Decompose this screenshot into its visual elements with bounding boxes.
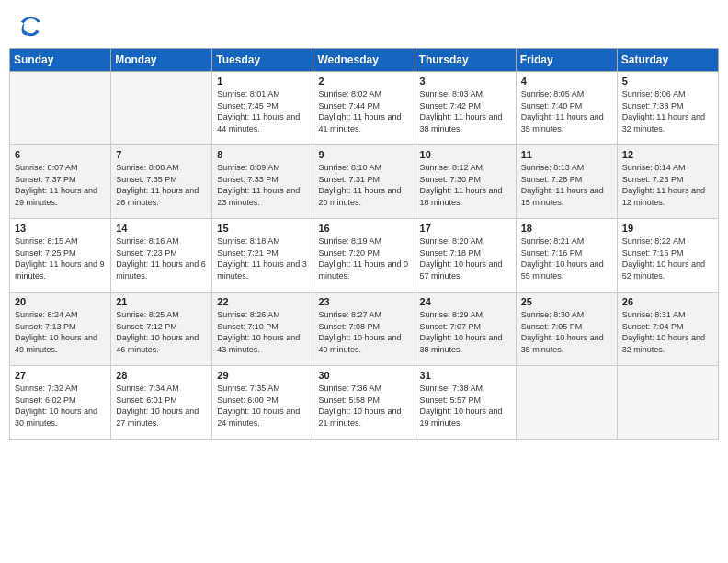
calendar-day-cell: 6Sunrise: 8:07 AM Sunset: 7:37 PM Daylig… (10, 145, 111, 219)
day-info: Sunrise: 8:30 AM Sunset: 7:05 PM Dayligh… (521, 309, 612, 355)
calendar-day-header: Monday (111, 49, 212, 72)
day-number: 6 (15, 149, 106, 160)
calendar-week-row: 27Sunrise: 7:32 AM Sunset: 6:02 PM Dayli… (10, 366, 719, 440)
day-number: 31 (420, 370, 511, 381)
day-info: Sunrise: 8:05 AM Sunset: 7:40 PM Dayligh… (521, 88, 612, 134)
calendar-day-cell: 16Sunrise: 8:19 AM Sunset: 7:20 PM Dayli… (313, 219, 415, 293)
day-number: 3 (420, 75, 511, 86)
calendar-day-cell: 10Sunrise: 8:12 AM Sunset: 7:30 PM Dayli… (415, 145, 516, 219)
day-number: 23 (318, 296, 409, 307)
calendar-day-cell: 3Sunrise: 8:03 AM Sunset: 7:42 PM Daylig… (415, 72, 516, 145)
day-number: 29 (217, 370, 308, 381)
calendar-day-header: Sunday (10, 49, 111, 72)
day-info: Sunrise: 8:14 AM Sunset: 7:26 PM Dayligh… (622, 162, 713, 208)
day-info: Sunrise: 8:27 AM Sunset: 7:08 PM Dayligh… (318, 309, 409, 355)
logo (18, 17, 40, 40)
day-number: 30 (318, 370, 409, 381)
calendar-day-cell: 1Sunrise: 8:01 AM Sunset: 7:45 PM Daylig… (212, 72, 313, 145)
calendar-day-cell: 29Sunrise: 7:35 AM Sunset: 6:00 PM Dayli… (212, 366, 313, 440)
day-info: Sunrise: 8:20 AM Sunset: 7:18 PM Dayligh… (420, 236, 511, 282)
day-info: Sunrise: 7:32 AM Sunset: 6:02 PM Dayligh… (15, 383, 106, 429)
page: SundayMondayTuesdayWednesdayThursdayFrid… (0, 0, 728, 563)
calendar-day-cell: 5Sunrise: 8:06 AM Sunset: 7:38 PM Daylig… (617, 72, 718, 145)
calendar-day-cell: 15Sunrise: 8:18 AM Sunset: 7:21 PM Dayli… (212, 219, 313, 293)
calendar-day-cell: 26Sunrise: 8:31 AM Sunset: 7:04 PM Dayli… (617, 293, 718, 366)
day-info: Sunrise: 8:29 AM Sunset: 7:07 PM Dayligh… (420, 309, 511, 355)
calendar-day-cell: 17Sunrise: 8:20 AM Sunset: 7:18 PM Dayli… (415, 219, 516, 293)
calendar-day-cell (10, 72, 111, 145)
day-info: Sunrise: 8:16 AM Sunset: 7:23 PM Dayligh… (116, 236, 207, 282)
day-number: 20 (15, 296, 106, 307)
calendar-day-cell: 14Sunrise: 8:16 AM Sunset: 7:23 PM Dayli… (111, 219, 212, 293)
day-info: Sunrise: 8:26 AM Sunset: 7:10 PM Dayligh… (217, 309, 308, 355)
calendar-wrapper: SundayMondayTuesdayWednesdayThursdayFrid… (0, 48, 728, 449)
day-info: Sunrise: 8:15 AM Sunset: 7:25 PM Dayligh… (15, 236, 106, 282)
day-number: 28 (116, 370, 207, 381)
day-info: Sunrise: 7:34 AM Sunset: 6:01 PM Dayligh… (116, 383, 207, 429)
calendar-day-cell: 25Sunrise: 8:30 AM Sunset: 7:05 PM Dayli… (516, 293, 617, 366)
day-number: 26 (622, 296, 713, 307)
day-info: Sunrise: 8:10 AM Sunset: 7:31 PM Dayligh… (318, 162, 409, 208)
header (0, 0, 728, 48)
calendar-table: SundayMondayTuesdayWednesdayThursdayFrid… (9, 48, 719, 440)
day-info: Sunrise: 8:01 AM Sunset: 7:45 PM Dayligh… (217, 88, 308, 134)
day-number: 11 (521, 149, 612, 160)
calendar-day-header: Wednesday (313, 49, 415, 72)
calendar-day-cell (111, 72, 212, 145)
calendar-day-cell: 22Sunrise: 8:26 AM Sunset: 7:10 PM Dayli… (212, 293, 313, 366)
day-info: Sunrise: 8:25 AM Sunset: 7:12 PM Dayligh… (116, 309, 207, 355)
day-number: 17 (420, 223, 511, 234)
day-number: 15 (217, 223, 308, 234)
logo-icon (20, 17, 40, 37)
calendar-week-row: 13Sunrise: 8:15 AM Sunset: 7:25 PM Dayli… (10, 219, 719, 293)
calendar-day-header: Friday (516, 49, 617, 72)
day-number: 4 (521, 75, 612, 86)
day-number: 2 (318, 75, 409, 86)
day-info: Sunrise: 8:07 AM Sunset: 7:37 PM Dayligh… (15, 162, 106, 208)
day-info: Sunrise: 8:18 AM Sunset: 7:21 PM Dayligh… (217, 236, 308, 282)
day-number: 7 (116, 149, 207, 160)
calendar-week-row: 20Sunrise: 8:24 AM Sunset: 7:13 PM Dayli… (10, 293, 719, 366)
calendar-day-cell (617, 366, 718, 440)
calendar-day-cell: 27Sunrise: 7:32 AM Sunset: 6:02 PM Dayli… (10, 366, 111, 440)
day-info: Sunrise: 7:36 AM Sunset: 5:58 PM Dayligh… (318, 383, 409, 429)
calendar-day-cell: 23Sunrise: 8:27 AM Sunset: 7:08 PM Dayli… (313, 293, 415, 366)
day-info: Sunrise: 8:24 AM Sunset: 7:13 PM Dayligh… (15, 309, 106, 355)
calendar-day-cell: 19Sunrise: 8:22 AM Sunset: 7:15 PM Dayli… (617, 219, 718, 293)
day-number: 10 (420, 149, 511, 160)
calendar-day-cell: 31Sunrise: 7:38 AM Sunset: 5:57 PM Dayli… (415, 366, 516, 440)
day-number: 9 (318, 149, 409, 160)
day-number: 22 (217, 296, 308, 307)
calendar-day-cell: 30Sunrise: 7:36 AM Sunset: 5:58 PM Dayli… (313, 366, 415, 440)
day-number: 1 (217, 75, 308, 86)
calendar-day-cell: 28Sunrise: 7:34 AM Sunset: 6:01 PM Dayli… (111, 366, 212, 440)
day-number: 16 (318, 223, 409, 234)
calendar-day-cell: 9Sunrise: 8:10 AM Sunset: 7:31 PM Daylig… (313, 145, 415, 219)
calendar-day-cell: 7Sunrise: 8:08 AM Sunset: 7:35 PM Daylig… (111, 145, 212, 219)
calendar-day-cell (516, 366, 617, 440)
day-info: Sunrise: 8:08 AM Sunset: 7:35 PM Dayligh… (116, 162, 207, 208)
day-info: Sunrise: 8:22 AM Sunset: 7:15 PM Dayligh… (622, 236, 713, 282)
day-number: 24 (420, 296, 511, 307)
calendar-day-header: Saturday (617, 49, 718, 72)
calendar-day-cell: 20Sunrise: 8:24 AM Sunset: 7:13 PM Dayli… (10, 293, 111, 366)
day-info: Sunrise: 8:06 AM Sunset: 7:38 PM Dayligh… (622, 88, 713, 134)
day-info: Sunrise: 8:12 AM Sunset: 7:30 PM Dayligh… (420, 162, 511, 208)
day-info: Sunrise: 7:35 AM Sunset: 6:00 PM Dayligh… (217, 383, 308, 429)
calendar-day-cell: 21Sunrise: 8:25 AM Sunset: 7:12 PM Dayli… (111, 293, 212, 366)
calendar-week-row: 1Sunrise: 8:01 AM Sunset: 7:45 PM Daylig… (10, 72, 719, 145)
day-info: Sunrise: 8:13 AM Sunset: 7:28 PM Dayligh… (521, 162, 612, 208)
day-number: 25 (521, 296, 612, 307)
calendar-day-cell: 24Sunrise: 8:29 AM Sunset: 7:07 PM Dayli… (415, 293, 516, 366)
day-info: Sunrise: 8:19 AM Sunset: 7:20 PM Dayligh… (318, 236, 409, 282)
day-number: 12 (622, 149, 713, 160)
calendar-week-row: 6Sunrise: 8:07 AM Sunset: 7:37 PM Daylig… (10, 145, 719, 219)
calendar-day-cell: 13Sunrise: 8:15 AM Sunset: 7:25 PM Dayli… (10, 219, 111, 293)
calendar-day-cell: 11Sunrise: 8:13 AM Sunset: 7:28 PM Dayli… (516, 145, 617, 219)
calendar-day-cell: 18Sunrise: 8:21 AM Sunset: 7:16 PM Dayli… (516, 219, 617, 293)
day-number: 13 (15, 223, 106, 234)
day-info: Sunrise: 8:03 AM Sunset: 7:42 PM Dayligh… (420, 88, 511, 134)
calendar-day-header: Tuesday (212, 49, 313, 72)
day-number: 14 (116, 223, 207, 234)
day-number: 8 (217, 149, 308, 160)
